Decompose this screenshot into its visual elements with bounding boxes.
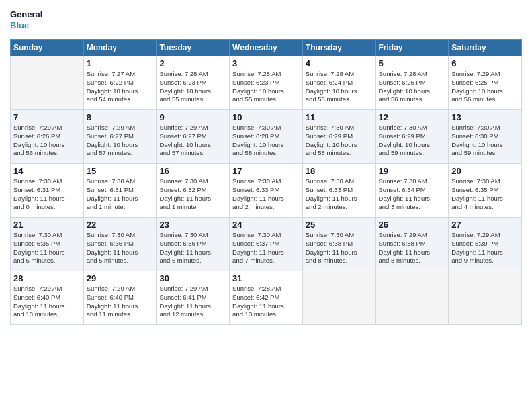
day-info: Sunrise: 7:30 AMSunset: 6:29 PMDaylight:… — [306, 124, 373, 158]
day-number: 29 — [87, 273, 154, 283]
day-info: Sunrise: 7:29 AMSunset: 6:40 PMDaylight:… — [13, 285, 81, 319]
calendar-cell: 17Sunrise: 7:30 AMSunset: 6:33 PMDayligh… — [230, 164, 303, 218]
col-header-sunday: Sunday — [11, 40, 84, 56]
calendar-cell — [302, 271, 375, 325]
day-info: Sunrise: 7:30 AMSunset: 6:34 PMDaylight:… — [379, 177, 446, 212]
day-info: Sunrise: 7:30 AMSunset: 6:28 PMDaylight:… — [232, 124, 300, 158]
calendar-cell: 7Sunrise: 7:29 AMSunset: 6:26 PMDaylight… — [11, 110, 84, 164]
svg-text:General: General — [10, 9, 42, 19]
day-info: Sunrise: 7:30 AMSunset: 6:35 PMDaylight:… — [13, 231, 81, 265]
calendar-cell: 21Sunrise: 7:30 AMSunset: 6:35 PMDayligh… — [11, 218, 84, 271]
calendar-cell: 24Sunrise: 7:30 AMSunset: 6:37 PMDayligh… — [230, 218, 303, 271]
day-info: Sunrise: 7:30 AMSunset: 6:35 PMDaylight:… — [451, 177, 519, 212]
day-number: 27 — [451, 220, 519, 230]
day-info: Sunrise: 7:30 AMSunset: 6:36 PMDaylight:… — [87, 231, 154, 265]
calendar-cell: 5Sunrise: 7:28 AMSunset: 6:25 PMDaylight… — [375, 56, 449, 110]
calendar-cell: 27Sunrise: 7:29 AMSunset: 6:39 PMDayligh… — [449, 218, 522, 271]
calendar-cell: 14Sunrise: 7:30 AMSunset: 6:31 PMDayligh… — [11, 164, 84, 218]
day-number: 8 — [87, 112, 154, 122]
day-number: 1 — [87, 58, 154, 68]
day-number: 21 — [13, 220, 81, 230]
day-info: Sunrise: 7:30 AMSunset: 6:29 PMDaylight:… — [379, 124, 446, 158]
day-info: Sunrise: 7:29 AMSunset: 6:27 PMDaylight:… — [87, 124, 154, 158]
day-number: 18 — [306, 166, 373, 176]
calendar-cell: 20Sunrise: 7:30 AMSunset: 6:35 PMDayligh… — [449, 164, 522, 218]
svg-marker-2 — [49, 9, 57, 17]
day-info: Sunrise: 7:29 AMSunset: 6:25 PMDaylight:… — [451, 70, 519, 104]
day-number: 4 — [306, 58, 373, 68]
day-number: 17 — [232, 166, 300, 176]
day-number: 30 — [159, 273, 226, 283]
day-info: Sunrise: 7:28 AMSunset: 6:23 PMDaylight:… — [159, 70, 226, 104]
calendar-cell: 26Sunrise: 7:29 AMSunset: 6:38 PMDayligh… — [375, 218, 449, 271]
day-number: 7 — [13, 112, 81, 122]
day-info: Sunrise: 7:30 AMSunset: 6:31 PMDaylight:… — [13, 177, 81, 212]
calendar-cell: 25Sunrise: 7:30 AMSunset: 6:38 PMDayligh… — [302, 218, 375, 271]
day-info: Sunrise: 7:29 AMSunset: 6:41 PMDaylight:… — [159, 285, 226, 319]
calendar-cell: 2Sunrise: 7:28 AMSunset: 6:23 PMDaylight… — [157, 56, 230, 110]
calendar-cell: 8Sunrise: 7:29 AMSunset: 6:27 PMDaylight… — [83, 110, 157, 164]
calendar-cell: 31Sunrise: 7:28 AMSunset: 6:42 PMDayligh… — [230, 271, 303, 325]
day-info: Sunrise: 7:30 AMSunset: 6:31 PMDaylight:… — [87, 177, 154, 212]
calendar-cell: 9Sunrise: 7:29 AMSunset: 6:27 PMDaylight… — [157, 110, 230, 164]
day-info: Sunrise: 7:30 AMSunset: 6:30 PMDaylight:… — [451, 124, 519, 158]
day-info: Sunrise: 7:29 AMSunset: 6:27 PMDaylight:… — [159, 124, 226, 158]
day-info: Sunrise: 7:28 AMSunset: 6:25 PMDaylight:… — [379, 70, 446, 104]
calendar-cell: 4Sunrise: 7:28 AMSunset: 6:24 PMDaylight… — [302, 56, 375, 110]
day-number: 28 — [13, 273, 81, 283]
day-number: 3 — [232, 58, 300, 68]
day-number: 14 — [13, 166, 81, 176]
day-info: Sunrise: 7:29 AMSunset: 6:40 PMDaylight:… — [87, 285, 154, 319]
col-header-monday: Monday — [83, 40, 157, 56]
calendar-cell: 28Sunrise: 7:29 AMSunset: 6:40 PMDayligh… — [11, 271, 84, 325]
day-number: 25 — [306, 220, 373, 230]
day-number: 19 — [379, 166, 446, 176]
calendar-cell — [11, 56, 84, 110]
day-number: 24 — [232, 220, 300, 230]
calendar-cell: 18Sunrise: 7:30 AMSunset: 6:33 PMDayligh… — [302, 164, 375, 218]
calendar-cell: 13Sunrise: 7:30 AMSunset: 6:30 PMDayligh… — [449, 110, 522, 164]
calendar-cell: 3Sunrise: 7:28 AMSunset: 6:23 PMDaylight… — [230, 56, 303, 110]
day-info: Sunrise: 7:28 AMSunset: 6:24 PMDaylight:… — [306, 70, 373, 104]
calendar-cell — [375, 271, 449, 325]
calendar-cell: 23Sunrise: 7:30 AMSunset: 6:36 PMDayligh… — [157, 218, 230, 271]
calendar-table: SundayMondayTuesdayWednesdayThursdayFrid… — [10, 39, 522, 325]
day-number: 22 — [87, 220, 154, 230]
day-number: 26 — [379, 220, 446, 230]
calendar-cell: 6Sunrise: 7:29 AMSunset: 6:25 PMDaylight… — [449, 56, 522, 110]
day-info: Sunrise: 7:30 AMSunset: 6:38 PMDaylight:… — [306, 231, 373, 265]
day-number: 5 — [379, 58, 446, 68]
day-info: Sunrise: 7:27 AMSunset: 6:22 PMDaylight:… — [87, 70, 154, 104]
svg-text:Blue: Blue — [10, 20, 29, 30]
calendar-cell: 10Sunrise: 7:30 AMSunset: 6:28 PMDayligh… — [230, 110, 303, 164]
col-header-saturday: Saturday — [449, 40, 522, 56]
day-number: 11 — [306, 112, 373, 122]
col-header-friday: Friday — [375, 40, 449, 56]
calendar-cell: 22Sunrise: 7:30 AMSunset: 6:36 PMDayligh… — [83, 218, 157, 271]
calendar-cell: 15Sunrise: 7:30 AMSunset: 6:31 PMDayligh… — [83, 164, 157, 218]
col-header-thursday: Thursday — [302, 40, 375, 56]
day-info: Sunrise: 7:29 AMSunset: 6:26 PMDaylight:… — [13, 124, 81, 158]
col-header-tuesday: Tuesday — [157, 40, 230, 56]
day-info: Sunrise: 7:30 AMSunset: 6:37 PMDaylight:… — [232, 231, 300, 265]
day-number: 12 — [379, 112, 446, 122]
day-number: 9 — [159, 112, 226, 122]
calendar-cell: 12Sunrise: 7:30 AMSunset: 6:29 PMDayligh… — [375, 110, 449, 164]
day-number: 15 — [87, 166, 154, 176]
day-info: Sunrise: 7:29 AMSunset: 6:38 PMDaylight:… — [379, 231, 446, 265]
calendar-cell: 30Sunrise: 7:29 AMSunset: 6:41 PMDayligh… — [157, 271, 230, 325]
calendar-cell: 29Sunrise: 7:29 AMSunset: 6:40 PMDayligh… — [83, 271, 157, 325]
logo: General Blue — [10, 7, 57, 34]
calendar-cell — [449, 271, 522, 325]
day-number: 20 — [451, 166, 519, 176]
day-info: Sunrise: 7:30 AMSunset: 6:33 PMDaylight:… — [232, 177, 300, 212]
day-info: Sunrise: 7:30 AMSunset: 6:36 PMDaylight:… — [159, 231, 226, 265]
day-number: 2 — [159, 58, 226, 68]
day-number: 10 — [232, 112, 300, 122]
day-number: 23 — [159, 220, 226, 230]
col-header-wednesday: Wednesday — [230, 40, 303, 56]
day-number: 13 — [451, 112, 519, 122]
day-info: Sunrise: 7:30 AMSunset: 6:33 PMDaylight:… — [306, 177, 373, 212]
day-info: Sunrise: 7:30 AMSunset: 6:32 PMDaylight:… — [159, 177, 226, 212]
day-info: Sunrise: 7:28 AMSunset: 6:42 PMDaylight:… — [232, 285, 300, 319]
